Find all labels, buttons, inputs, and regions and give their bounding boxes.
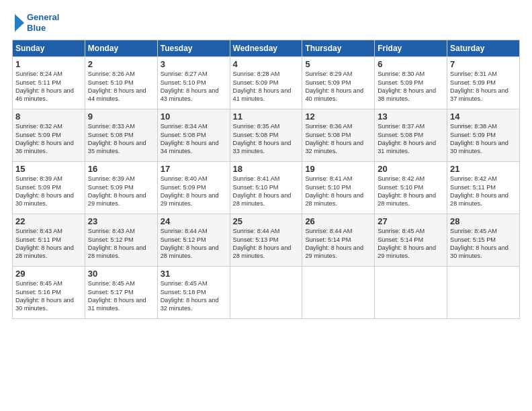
calendar-cell: 2Sunrise: 8:26 AM Sunset: 5:10 PM Daylig… — [85, 57, 157, 109]
day-info: Sunrise: 8:44 AM Sunset: 5:14 PM Dayligh… — [305, 227, 371, 261]
day-number: 30 — [88, 269, 154, 279]
calendar-cell: 23Sunrise: 8:43 AM Sunset: 5:12 PM Dayli… — [85, 214, 157, 267]
calendar-cell: 18Sunrise: 8:41 AM Sunset: 5:10 PM Dayli… — [230, 162, 302, 214]
calendar-cell: 22Sunrise: 8:43 AM Sunset: 5:11 PM Dayli… — [13, 214, 85, 267]
calendar-cell: 16Sunrise: 8:39 AM Sunset: 5:09 PM Dayli… — [85, 162, 157, 214]
day-info: Sunrise: 8:24 AM Sunset: 5:11 PM Dayligh… — [15, 70, 82, 103]
logo-triangle-icon — [12, 13, 26, 33]
weekday-header-thursday: Thursday — [302, 40, 375, 57]
day-number: 9 — [88, 111, 154, 122]
header: General Blue — [12, 12, 520, 33]
calendar-cell: 21Sunrise: 8:42 AM Sunset: 5:11 PM Dayli… — [447, 162, 520, 214]
day-number: 20 — [378, 164, 444, 174]
calendar-cell: 27Sunrise: 8:45 AM Sunset: 5:14 PM Dayli… — [375, 214, 447, 267]
weekday-header-saturday: Saturday — [447, 40, 520, 57]
day-number: 14 — [450, 111, 517, 122]
day-number: 4 — [233, 59, 300, 69]
day-info: Sunrise: 8:32 AM Sunset: 5:09 PM Dayligh… — [15, 122, 82, 156]
day-number: 8 — [15, 111, 82, 122]
day-info: Sunrise: 8:38 AM Sunset: 5:09 PM Dayligh… — [450, 122, 517, 156]
calendar-cell: 25Sunrise: 8:44 AM Sunset: 5:13 PM Dayli… — [230, 214, 302, 267]
day-number: 22 — [15, 216, 82, 226]
day-number: 29 — [15, 269, 82, 279]
day-info: Sunrise: 8:27 AM Sunset: 5:10 PM Dayligh… — [161, 70, 227, 103]
day-info: Sunrise: 8:45 AM Sunset: 5:15 PM Dayligh… — [450, 227, 517, 261]
calendar-cell — [302, 267, 375, 319]
logo: General Blue — [12, 12, 59, 33]
day-info: Sunrise: 8:44 AM Sunset: 5:12 PM Dayligh… — [161, 227, 227, 261]
day-number: 7 — [450, 59, 517, 69]
calendar-cell: 7Sunrise: 8:31 AM Sunset: 5:09 PM Daylig… — [447, 57, 520, 109]
day-info: Sunrise: 8:41 AM Sunset: 5:10 PM Dayligh… — [233, 175, 300, 208]
calendar-cell: 5Sunrise: 8:29 AM Sunset: 5:09 PM Daylig… — [302, 57, 375, 109]
calendar-cell: 31Sunrise: 8:45 AM Sunset: 5:18 PM Dayli… — [157, 267, 230, 319]
day-info: Sunrise: 8:35 AM Sunset: 5:08 PM Dayligh… — [233, 122, 300, 156]
calendar-cell: 26Sunrise: 8:44 AM Sunset: 5:14 PM Dayli… — [302, 214, 375, 267]
day-number: 16 — [88, 164, 154, 174]
day-info: Sunrise: 8:45 AM Sunset: 5:16 PM Dayligh… — [15, 279, 82, 313]
day-info: Sunrise: 8:40 AM Sunset: 5:09 PM Dayligh… — [161, 175, 227, 208]
calendar-cell: 8Sunrise: 8:32 AM Sunset: 5:09 PM Daylig… — [13, 109, 85, 162]
calendar-cell: 13Sunrise: 8:37 AM Sunset: 5:08 PM Dayli… — [375, 109, 447, 162]
calendar-cell: 4Sunrise: 8:28 AM Sunset: 5:09 PM Daylig… — [230, 57, 302, 109]
day-info: Sunrise: 8:39 AM Sunset: 5:09 PM Dayligh… — [88, 175, 154, 208]
day-info: Sunrise: 8:37 AM Sunset: 5:08 PM Dayligh… — [378, 122, 444, 156]
weekday-header-sunday: Sunday — [13, 40, 85, 57]
day-info: Sunrise: 8:31 AM Sunset: 5:09 PM Dayligh… — [450, 70, 517, 103]
day-number: 26 — [305, 216, 371, 226]
weekday-header-friday: Friday — [375, 40, 447, 57]
weekday-header-tuesday: Tuesday — [157, 40, 230, 57]
day-number: 11 — [233, 111, 300, 122]
logo-line1: General — [27, 12, 59, 23]
weekday-header-wednesday: Wednesday — [230, 40, 302, 57]
calendar-cell — [447, 267, 520, 319]
day-number: 23 — [88, 216, 154, 226]
calendar-cell — [375, 267, 447, 319]
day-info: Sunrise: 8:28 AM Sunset: 5:09 PM Dayligh… — [233, 70, 300, 103]
day-number: 28 — [450, 216, 517, 226]
calendar-cell: 11Sunrise: 8:35 AM Sunset: 5:08 PM Dayli… — [230, 109, 302, 162]
calendar-cell: 12Sunrise: 8:36 AM Sunset: 5:08 PM Dayli… — [302, 109, 375, 162]
weekday-header-monday: Monday — [85, 40, 157, 57]
day-number: 10 — [161, 111, 227, 122]
day-info: Sunrise: 8:44 AM Sunset: 5:13 PM Dayligh… — [233, 227, 300, 261]
day-number: 3 — [161, 59, 227, 69]
calendar-cell: 9Sunrise: 8:33 AM Sunset: 5:08 PM Daylig… — [85, 109, 157, 162]
calendar-cell: 17Sunrise: 8:40 AM Sunset: 5:09 PM Dayli… — [157, 162, 230, 214]
day-number: 13 — [378, 111, 444, 122]
day-info: Sunrise: 8:29 AM Sunset: 5:09 PM Dayligh… — [305, 70, 371, 103]
day-number: 18 — [233, 164, 300, 174]
day-info: Sunrise: 8:30 AM Sunset: 5:09 PM Dayligh… — [378, 70, 444, 103]
day-number: 27 — [378, 216, 444, 226]
day-info: Sunrise: 8:45 AM Sunset: 5:17 PM Dayligh… — [88, 279, 154, 313]
day-info: Sunrise: 8:45 AM Sunset: 5:18 PM Dayligh… — [161, 279, 227, 313]
calendar-cell: 14Sunrise: 8:38 AM Sunset: 5:09 PM Dayli… — [447, 109, 520, 162]
day-info: Sunrise: 8:39 AM Sunset: 5:09 PM Dayligh… — [15, 175, 82, 208]
day-info: Sunrise: 8:34 AM Sunset: 5:08 PM Dayligh… — [161, 122, 227, 156]
calendar-cell: 30Sunrise: 8:45 AM Sunset: 5:17 PM Dayli… — [85, 267, 157, 319]
day-info: Sunrise: 8:26 AM Sunset: 5:10 PM Dayligh… — [88, 70, 154, 103]
day-number: 24 — [161, 216, 227, 226]
logo-line2: Blue — [27, 23, 59, 34]
calendar-cell: 20Sunrise: 8:42 AM Sunset: 5:10 PM Dayli… — [375, 162, 447, 214]
calendar-cell: 15Sunrise: 8:39 AM Sunset: 5:09 PM Dayli… — [13, 162, 85, 214]
calendar-cell: 1Sunrise: 8:24 AM Sunset: 5:11 PM Daylig… — [13, 57, 85, 109]
calendar-cell: 10Sunrise: 8:34 AM Sunset: 5:08 PM Dayli… — [157, 109, 230, 162]
day-number: 25 — [233, 216, 300, 226]
day-number: 17 — [161, 164, 227, 174]
day-info: Sunrise: 8:41 AM Sunset: 5:10 PM Dayligh… — [305, 175, 371, 208]
day-number: 12 — [305, 111, 371, 122]
day-number: 31 — [161, 269, 227, 279]
day-info: Sunrise: 8:43 AM Sunset: 5:11 PM Dayligh… — [15, 227, 82, 261]
day-number: 21 — [450, 164, 517, 174]
calendar-cell: 29Sunrise: 8:45 AM Sunset: 5:16 PM Dayli… — [13, 267, 85, 319]
day-number: 5 — [305, 59, 371, 69]
day-info: Sunrise: 8:42 AM Sunset: 5:11 PM Dayligh… — [450, 175, 517, 208]
day-number: 6 — [378, 59, 444, 69]
day-number: 2 — [88, 59, 154, 69]
day-number: 15 — [15, 164, 82, 174]
day-info: Sunrise: 8:42 AM Sunset: 5:10 PM Dayligh… — [378, 175, 444, 208]
day-info: Sunrise: 8:43 AM Sunset: 5:12 PM Dayligh… — [88, 227, 154, 261]
day-info: Sunrise: 8:33 AM Sunset: 5:08 PM Dayligh… — [88, 122, 154, 156]
calendar-table: SundayMondayTuesdayWednesdayThursdayFrid… — [12, 40, 520, 319]
